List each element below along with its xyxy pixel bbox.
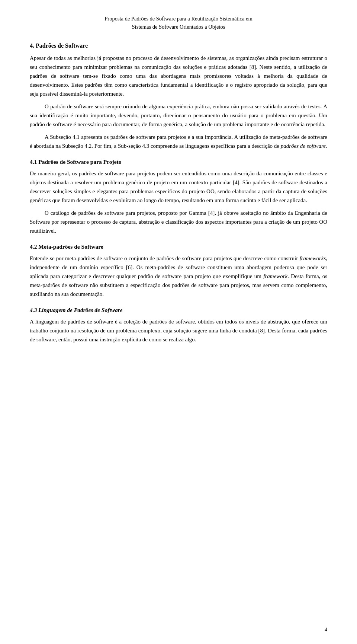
section41-paragraph1: De maneira geral, os padrões de software…	[30, 169, 327, 205]
section41-paragraph2-text: O catálogo de padrões de software para p…	[30, 210, 327, 234]
section42-italic2: framework	[263, 273, 287, 279]
section4-paragraph3: A Subseção 4.1 apresenta os padrões de s…	[30, 133, 327, 150]
page-number: 4	[325, 627, 327, 633]
section42-part1: Entende-se por meta-padrões de software …	[30, 255, 299, 261]
section4-paragraph2-text: O padrão de software será sempre oriundo…	[30, 103, 327, 127]
header-line2: Sistemas de Software Orientados a Objeto…	[30, 23, 327, 31]
section42-paragraph1: Entende-se por meta-padrões de software …	[30, 254, 327, 299]
section41-paragraph1-text: De maneira geral, os padrões de software…	[30, 170, 327, 203]
section41-title: 4.1 Padrões de Software para Projeto	[30, 159, 327, 165]
section4-paragraph3-end: .	[326, 143, 327, 149]
section4-paragraph2: O padrão de software será sempre oriundo…	[30, 102, 327, 129]
page: Proposta de Padrões de Software para a R…	[0, 0, 357, 644]
header-line1: Proposta de Padrões de Software para a R…	[30, 15, 327, 23]
section4-paragraph3-italic: padrões de software	[281, 143, 326, 149]
section43-paragraph1-text: A linguagem de padrões de software é a c…	[30, 319, 327, 342]
page-header: Proposta de Padrões de Software para a R…	[30, 15, 327, 31]
section41-paragraph2: O catálogo de padrões de software para p…	[30, 208, 327, 235]
section42-title: 4.2 Meta-padrões de Software	[30, 243, 327, 250]
section4-title: 4. Padrões de Software	[30, 42, 327, 49]
section4-paragraph1: Apesar de todas as melhorias já proposta…	[30, 54, 327, 98]
section4-paragraph1-text: Apesar de todas as melhorias já proposta…	[30, 55, 327, 97]
section43-title: 4.3 Linguagem de Padrões de Software	[30, 307, 327, 313]
section43-paragraph1: A linguagem de padrões de software é a c…	[30, 317, 327, 344]
section42-italic1: frameworks	[299, 255, 326, 261]
